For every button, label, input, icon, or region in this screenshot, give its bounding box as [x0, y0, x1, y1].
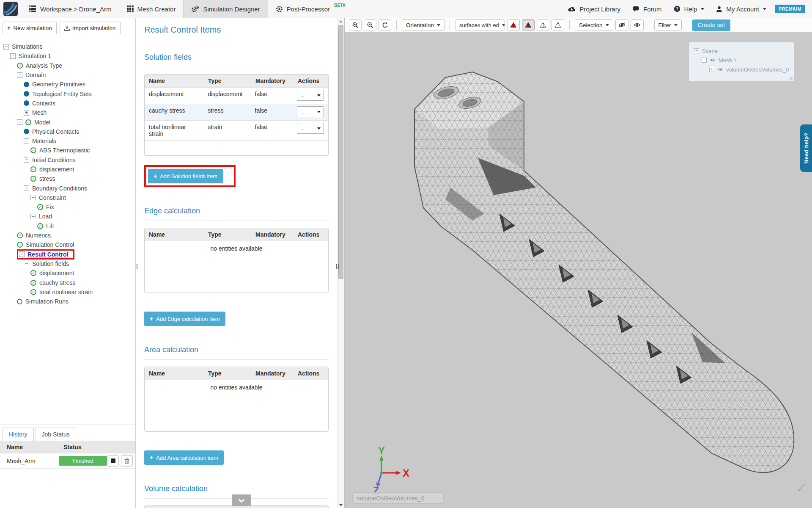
tab-history[interactable]: History	[3, 428, 34, 441]
resize-handle-icon[interactable]	[789, 76, 793, 80]
import-simulation-button[interactable]: Import simulation	[60, 22, 121, 34]
tree-label[interactable]: Simulations	[12, 43, 42, 50]
my-account-menu[interactable]: My Account	[710, 6, 772, 13]
scene-label[interactable]: volumeOnGeoVolumes_0	[726, 66, 789, 73]
scene-label[interactable]: Mesh 1	[719, 57, 737, 64]
drone-arm-mesh[interactable]	[345, 18, 812, 508]
eye-icon[interactable]	[717, 66, 723, 73]
tab-job-status[interactable]: Job Status	[36, 428, 76, 441]
tree-label[interactable]: Solution fields	[32, 260, 69, 267]
render-surfaces-edges-button[interactable]	[522, 19, 535, 30]
tree-collapse-box[interactable]: −	[30, 195, 36, 200]
tab-simulation-designer[interactable]: Simulation Designer	[183, 0, 268, 18]
tree-label[interactable]: ABS Thermoplastic	[39, 147, 90, 154]
workspace-breadcrumb[interactable]: Workspace > Drone_Arm	[21, 0, 119, 18]
actions-dropdown[interactable]: ...	[297, 123, 324, 134]
tree-label[interactable]: Load	[39, 213, 52, 220]
show-all-button[interactable]	[631, 19, 644, 30]
scroll-down-arrow-icon[interactable]	[339, 504, 343, 506]
tree-label[interactable]: Constraint	[39, 194, 66, 201]
panel-splitter-left[interactable]	[136, 262, 138, 271]
tree-label[interactable]: Model	[34, 119, 50, 126]
scroll-more-indicator[interactable]	[232, 494, 251, 506]
tree-label[interactable]: Simulation Control	[26, 241, 74, 248]
tree-label[interactable]: Physical Contacts	[32, 128, 79, 135]
tree-collapse-box[interactable]: −	[19, 251, 25, 257]
tree-label[interactable]: Analysis Type	[26, 62, 62, 69]
help-menu[interactable]: ? Help	[668, 6, 710, 13]
tree-collapse-box[interactable]: −	[694, 48, 699, 53]
tree-label[interactable]: total nonlinear strain	[39, 289, 93, 295]
column-header-mandatory: Mandatory	[251, 506, 294, 508]
zoom-in-button[interactable]	[349, 19, 362, 30]
tree-label[interactable]: Geometry Primitives	[32, 81, 85, 88]
tree-collapse-box[interactable]: −	[30, 214, 36, 219]
panel-splitter-right[interactable]	[335, 262, 339, 271]
need-help-tab[interactable]: Need help?	[800, 124, 812, 172]
tree-label[interactable]: Initial Conditions	[32, 157, 76, 163]
tree-label[interactable]: Domain	[25, 72, 46, 78]
create-set-button[interactable]: Create set	[692, 19, 731, 31]
tree-label[interactable]: Simulation 1	[19, 52, 51, 59]
tree-label[interactable]: displacement	[39, 166, 74, 173]
actions-dropdown[interactable]: ...	[297, 106, 324, 117]
render-wireframe-button[interactable]	[537, 19, 549, 30]
refresh-view-button[interactable]	[379, 19, 391, 30]
tree-label[interactable]: Fix	[46, 204, 54, 210]
tree-collapse-box[interactable]: −	[10, 53, 16, 59]
tree-collapse-box[interactable]: −	[17, 119, 22, 125]
tree-label[interactable]: displacement	[39, 270, 74, 276]
tree-label[interactable]: Simulation Runs	[25, 298, 69, 305]
tree-label[interactable]: Topological Entity Sets	[32, 91, 92, 97]
fullscreen-icon[interactable]	[798, 483, 806, 491]
simulation-tree-sidebar: + New simulation Import simulation −Simu…	[0, 18, 136, 508]
selection-dropdown[interactable]: Selection	[575, 19, 613, 30]
orientation-dropdown[interactable]: Orientation	[402, 19, 444, 30]
tree-label[interactable]: cauchy stress	[39, 279, 76, 286]
tree-label[interactable]: Result Control	[27, 251, 68, 258]
delete-job-button[interactable]	[121, 455, 133, 467]
tree-collapse-box[interactable]: −	[702, 58, 707, 63]
tree-collapse-box[interactable]: −	[3, 44, 9, 50]
zoom-out-button[interactable]	[364, 19, 376, 30]
tree-collapse-box[interactable]: −	[17, 72, 22, 78]
forum-button[interactable]: Forum	[626, 6, 667, 13]
tree-label[interactable]: Boundary Conditions	[32, 185, 87, 192]
stop-job-button[interactable]	[107, 455, 119, 467]
eye-icon[interactable]	[710, 57, 716, 64]
add-solution-fields-item-button[interactable]: +Add Solution fields item	[148, 169, 223, 183]
tree-collapse-box[interactable]: −	[24, 138, 29, 144]
scene-label[interactable]: Scene	[702, 48, 718, 54]
scroll-up-arrow-icon[interactable]	[339, 20, 343, 22]
tree-collapse-box[interactable]: −	[24, 185, 29, 191]
tree-item-mesh: +Mesh	[0, 108, 135, 117]
tree-collapse-box[interactable]: −	[24, 157, 29, 163]
render-solid-button[interactable]	[507, 19, 520, 30]
tree-item-solution-fields: −Solution fields	[0, 259, 135, 268]
filter-dropdown[interactable]: Filter	[654, 19, 682, 30]
tab-mesh-creator[interactable]: Mesh Creator	[119, 0, 184, 18]
scrollbar-thumb[interactable]	[338, 25, 343, 279]
actions-dropdown[interactable]: ...	[297, 90, 324, 101]
render-mode-select[interactable]: surfaces with ed	[455, 19, 505, 30]
hide-selected-button[interactable]	[615, 19, 628, 30]
tree-expand-box[interactable]: +	[709, 67, 714, 72]
project-library-button[interactable]: Project Library	[562, 6, 627, 13]
tree-label[interactable]: Materials	[32, 138, 56, 144]
app-logo[interactable]	[0, 0, 21, 18]
tab-post-processor[interactable]: Post-Processor BETA	[268, 0, 353, 18]
viewer-3d[interactable]: Orientation surfaces with ed	[345, 18, 812, 508]
tree-label[interactable]: Mesh	[32, 109, 47, 116]
tree-expand-box[interactable]: +	[24, 110, 29, 116]
solid-tet-icon	[510, 22, 517, 28]
add-area-calculation-item-button[interactable]: +Add Area calculation item	[144, 450, 224, 465]
tree-collapse-box[interactable]: −	[24, 261, 29, 266]
render-points-button[interactable]	[551, 19, 564, 30]
new-simulation-button[interactable]: + New simulation	[3, 22, 57, 34]
column-header-actions: Actions	[294, 75, 328, 87]
tree-label[interactable]: Lift	[46, 223, 54, 229]
add-edge-calculation-item-button[interactable]: +Add Edge calculation item	[144, 312, 225, 326]
tree-label[interactable]: Numerics	[26, 232, 51, 239]
tree-label[interactable]: stress	[39, 175, 55, 182]
tree-label[interactable]: Contacts	[32, 100, 55, 107]
